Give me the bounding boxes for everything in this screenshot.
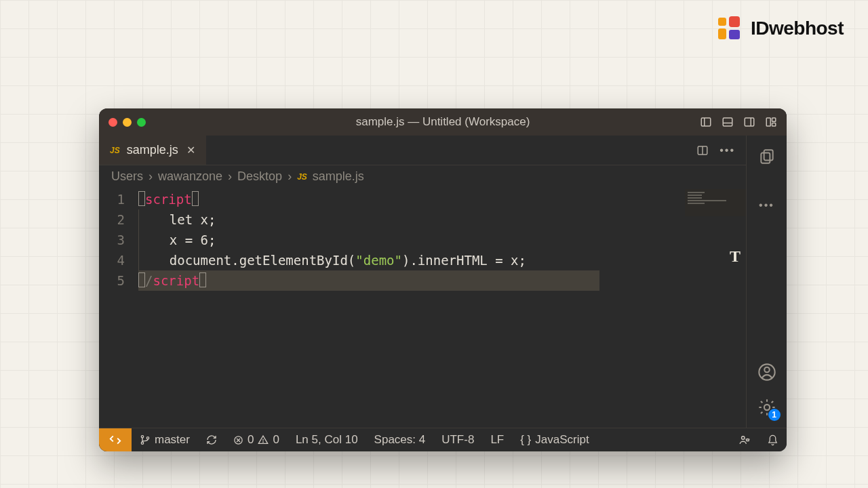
chevron-right-icon: › <box>288 169 292 184</box>
svg-rect-1 <box>729 16 740 27</box>
code-area[interactable]: script let x; x = 6; document.getElement… <box>138 189 746 428</box>
window-title: sample.js — Untitled (Workspace) <box>356 115 530 129</box>
settings-badge: 1 <box>768 409 781 421</box>
code-line[interactable]: script <box>138 189 746 209</box>
breadcrumb-file[interactable]: sample.js <box>313 169 364 184</box>
svg-point-22 <box>146 437 149 439</box>
tabbar: JS sample.js ✕ ••• <box>99 136 746 165</box>
status-bar: master 0 0 Ln 5, Col 10 Spaces: 4 UTF-8 … <box>99 428 787 451</box>
type-overlay-icon: T <box>730 246 741 266</box>
warning-count: 0 <box>273 433 279 447</box>
svg-rect-2 <box>718 28 726 39</box>
close-window-button[interactable] <box>108 118 117 127</box>
line-number: 5 <box>99 270 125 291</box>
more-actions-icon[interactable]: ••• <box>719 144 735 157</box>
svg-rect-8 <box>745 118 754 126</box>
encoding-button[interactable]: UTF-8 <box>433 433 482 447</box>
code-line-active[interactable]: /script <box>138 270 599 291</box>
panel-bottom-icon[interactable] <box>722 116 734 128</box>
activity-bar: ••• 1 <box>746 136 787 428</box>
sync-button[interactable] <box>198 434 225 445</box>
svg-point-18 <box>764 367 769 372</box>
notifications-button[interactable] <box>759 434 787 446</box>
git-branch-button[interactable]: master <box>132 433 198 447</box>
code-editor[interactable]: 1 2 3 4 5 script let x; x = 6; document.… <box>99 189 746 428</box>
maximize-window-button[interactable] <box>137 118 146 127</box>
problems-button[interactable]: 0 0 <box>225 433 288 447</box>
tab-close-icon[interactable]: ✕ <box>186 144 195 157</box>
svg-rect-12 <box>772 123 776 127</box>
svg-point-27 <box>263 442 264 443</box>
chevron-right-icon: › <box>228 169 232 184</box>
line-number-gutter: 1 2 3 4 5 <box>99 189 138 428</box>
settings-button[interactable]: 1 <box>757 398 776 417</box>
copy-icon[interactable] <box>758 148 776 165</box>
svg-rect-6 <box>723 118 732 126</box>
cursor-position[interactable]: Ln 5, Col 10 <box>288 433 366 447</box>
indentation-button[interactable]: Spaces: 4 <box>366 433 434 447</box>
svg-point-28 <box>742 436 745 440</box>
code-line[interactable]: x = 6; <box>138 230 746 250</box>
more-icon[interactable]: ••• <box>759 199 774 211</box>
breadcrumb[interactable]: Users › wawanzone › Desktop › JS sample.… <box>99 165 746 189</box>
breadcrumb-part[interactable]: Desktop <box>237 169 282 184</box>
svg-rect-15 <box>764 150 772 160</box>
breadcrumb-part[interactable]: Users <box>111 169 143 184</box>
language-label: JavaScript <box>535 433 589 447</box>
svg-rect-0 <box>718 18 726 26</box>
line-number: 1 <box>99 189 125 209</box>
svg-point-19 <box>764 405 769 410</box>
svg-rect-11 <box>772 118 776 121</box>
warning-icon <box>258 434 269 445</box>
branch-name: master <box>155 433 190 447</box>
editor-window: sample.js — Untitled (Workspace) JS samp… <box>99 108 787 451</box>
feedback-button[interactable] <box>730 434 759 446</box>
js-file-icon: JS <box>110 146 120 155</box>
svg-rect-16 <box>761 153 770 163</box>
js-file-icon: JS <box>297 172 307 182</box>
svg-rect-4 <box>701 118 711 126</box>
tab-filename: sample.js <box>127 143 178 157</box>
brand-logo: IDwebhost <box>717 15 844 42</box>
minimap[interactable] <box>685 189 746 216</box>
code-line[interactable]: document.getElementById("demo").innerHTM… <box>138 250 746 270</box>
account-icon[interactable] <box>757 363 776 382</box>
error-count: 0 <box>248 433 254 447</box>
breadcrumb-part[interactable]: wawanzone <box>158 169 222 184</box>
svg-point-20 <box>141 436 143 438</box>
svg-rect-3 <box>729 30 740 39</box>
bell-icon <box>767 434 778 446</box>
tab-sample-js[interactable]: JS sample.js ✕ <box>99 136 206 165</box>
eol-button[interactable]: LF <box>482 433 512 447</box>
code-line[interactable]: let x; <box>138 209 746 230</box>
error-icon <box>233 435 243 445</box>
panel-right-icon[interactable] <box>743 116 755 128</box>
traffic-lights <box>108 118 146 127</box>
line-number: 3 <box>99 230 125 250</box>
panel-left-icon[interactable] <box>700 116 712 128</box>
braces-icon: { } <box>520 433 531 447</box>
sync-icon <box>206 434 217 445</box>
svg-point-21 <box>141 442 143 444</box>
minimize-window-button[interactable] <box>123 118 132 127</box>
language-mode-button[interactable]: { } JavaScript <box>512 433 597 447</box>
line-number: 4 <box>99 250 125 270</box>
titlebar[interactable]: sample.js — Untitled (Workspace) <box>99 108 787 136</box>
brand-icon <box>717 15 744 42</box>
split-editor-icon[interactable] <box>696 144 709 157</box>
feedback-icon <box>738 434 751 446</box>
line-number: 2 <box>99 209 125 230</box>
svg-rect-10 <box>766 118 770 126</box>
layout-icon[interactable] <box>765 116 777 128</box>
chevron-right-icon: › <box>149 169 153 184</box>
remote-button[interactable] <box>99 428 132 451</box>
brand-text: IDwebhost <box>751 18 844 39</box>
